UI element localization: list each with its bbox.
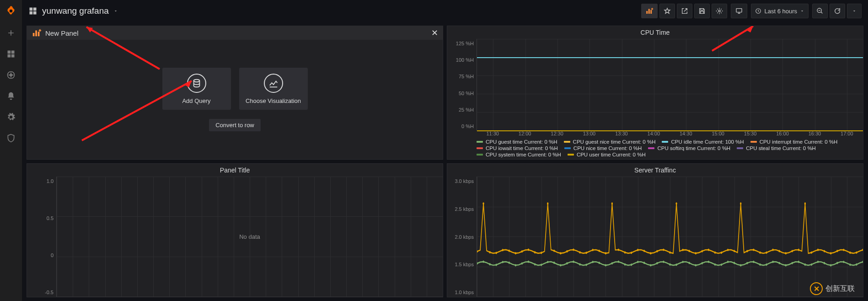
svg-point-122 (824, 262, 825, 264)
svg-point-76 (528, 261, 529, 263)
svg-point-79 (547, 261, 548, 263)
shield-icon[interactable] (5, 132, 17, 145)
svg-point-88 (605, 264, 606, 266)
svg-point-44 (714, 251, 716, 253)
svg-point-96 (656, 262, 658, 264)
legend-swatch (648, 147, 654, 149)
series-line (477, 57, 863, 58)
refresh-interval-button[interactable] (847, 4, 862, 18)
svg-point-51 (759, 252, 761, 254)
panel-title[interactable]: Panel Title (27, 164, 443, 177)
svg-point-72 (502, 261, 504, 263)
plus-icon[interactable] (5, 27, 17, 39)
topbar: yunwang grafana Last 6 (22, 0, 868, 22)
legend-label: CPU guest nice time Current: 0 %H (573, 139, 656, 145)
svg-point-78 (541, 263, 542, 266)
svg-point-116 (785, 264, 787, 266)
choose-visualization-button[interactable]: Choose Visualization (239, 68, 308, 110)
legend-swatch (564, 141, 570, 143)
chart-icon (264, 74, 283, 93)
panel-title[interactable]: CPU Time (447, 26, 863, 39)
blank-chart[interactable]: 1.00.50-0.5 No data (27, 177, 443, 297)
save-icon (698, 7, 706, 15)
chevron-down-icon (800, 9, 804, 13)
legend-item[interactable]: CPU steal time Current: 0 %H (737, 145, 816, 151)
series-line (477, 130, 863, 131)
monitor-icon (735, 7, 743, 15)
explore-icon[interactable] (5, 69, 17, 81)
add-query-label: Add Query (182, 97, 210, 104)
legend-item[interactable]: CPU guest nice time Current: 0 %H (564, 139, 656, 145)
new-panel-header: New Panel ✕ (27, 26, 443, 40)
svg-point-82 (566, 262, 568, 264)
svg-point-41 (695, 252, 697, 254)
alerting-icon[interactable] (5, 90, 17, 102)
svg-point-46 (727, 249, 729, 251)
time-picker[interactable]: Last 6 hours (751, 4, 809, 18)
panel-title[interactable]: Server Traffinc (447, 164, 863, 177)
add-panel-button[interactable] (641, 4, 658, 18)
legend-item[interactable]: CPU idle time Current: 100 %H (662, 139, 744, 145)
svg-point-97 (663, 261, 664, 263)
save-button[interactable] (694, 4, 710, 18)
grafana-logo[interactable] (4, 4, 18, 18)
svg-point-30 (624, 251, 626, 253)
traffic-chart[interactable]: 3.0 kbps2.5 kbps2.0 kbps1.5 kbps1.0 kbps (447, 177, 863, 297)
svg-point-112 (759, 263, 761, 266)
legend-item[interactable]: CPU interrupt time Current: 0 %H (750, 139, 838, 145)
svg-point-90 (618, 261, 619, 263)
add-panel-icon (645, 7, 654, 15)
svg-point-57 (798, 249, 799, 251)
svg-point-2 (718, 10, 720, 12)
svg-point-15 (528, 248, 529, 251)
svg-point-87 (599, 262, 600, 264)
time-range-label: Last 6 hours (764, 8, 797, 15)
svg-point-120 (811, 263, 812, 266)
svg-point-92 (631, 263, 632, 266)
zoom-out-icon (816, 7, 824, 15)
svg-point-9 (489, 251, 490, 253)
legend-item[interactable]: CPU iowait time Current: 0 %H (477, 145, 558, 151)
cpu-chart[interactable]: 125 %H100 %H75 %H50 %H25 %H0 %H (447, 39, 863, 131)
svg-point-48 (740, 202, 741, 204)
dashboard-title[interactable]: yunwang grafana (28, 6, 118, 16)
star-button[interactable] (659, 4, 675, 18)
svg-point-28 (611, 202, 613, 204)
legend-item[interactable]: CPU system time Current: 0 %H (477, 152, 561, 157)
cycle-view-button[interactable] (731, 4, 747, 18)
svg-point-63 (836, 250, 838, 252)
legend-item[interactable]: CPU guest time Current: 0 %H (477, 139, 557, 145)
svg-point-6 (193, 79, 199, 82)
legend-item[interactable]: CPU user time Current: 0 %H (568, 152, 646, 157)
svg-point-24 (585, 252, 587, 254)
svg-point-58 (804, 202, 806, 204)
settings-button[interactable] (712, 4, 727, 18)
svg-point-103 (702, 262, 703, 264)
legend-item[interactable]: CPU softirq time Current: 0 %H (648, 145, 730, 151)
svg-point-27 (605, 252, 606, 254)
svg-point-20 (560, 252, 561, 254)
legend-item[interactable]: CPU nice time Current: 0 %H (564, 145, 642, 151)
dashboards-icon[interactable] (5, 48, 17, 60)
svg-point-43 (708, 249, 709, 251)
choose-viz-label: Choose Visualization (246, 97, 301, 104)
svg-point-74 (515, 264, 516, 266)
svg-point-73 (509, 262, 510, 264)
close-icon[interactable]: ✕ (431, 28, 438, 38)
zoom-out-button[interactable] (812, 4, 828, 18)
refresh-button[interactable] (830, 4, 845, 18)
svg-point-8 (482, 202, 484, 204)
gear-icon[interactable] (5, 111, 17, 124)
blank-yaxis: 1.00.50-0.5 (27, 177, 56, 297)
share-button[interactable] (677, 4, 692, 18)
add-query-button[interactable]: Add Query (162, 68, 231, 110)
svg-point-29 (618, 248, 619, 251)
svg-point-69 (482, 261, 484, 263)
svg-point-16 (534, 251, 536, 253)
cog-icon (716, 7, 723, 15)
convert-to-row-button[interactable]: Convert to row (209, 119, 261, 131)
svg-point-31 (631, 252, 632, 254)
cpu-yaxis: 125 %H100 %H75 %H50 %H25 %H0 %H (447, 39, 477, 131)
legend-swatch (750, 141, 757, 143)
svg-point-83 (573, 261, 574, 263)
